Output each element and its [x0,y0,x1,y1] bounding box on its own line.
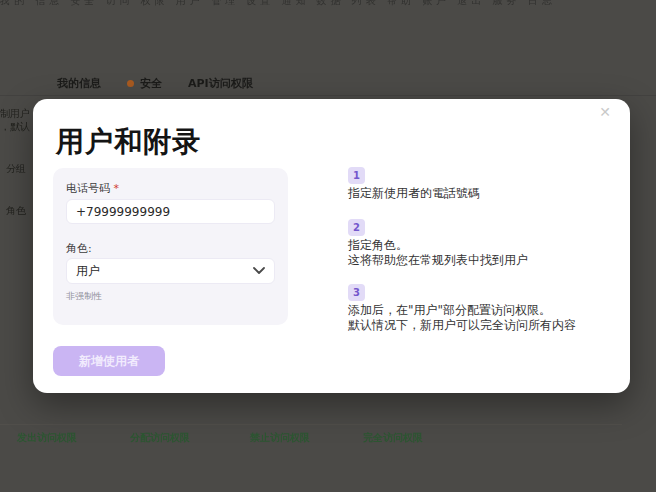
background-table-divider [0,424,622,425]
step-badge-2: 2 [348,219,365,236]
phone-label: 电话号码 * [66,181,119,196]
status-dot-icon [127,80,134,87]
required-asterisk: * [114,182,120,195]
step-text-2: 指定角色。这将帮助您在常规列表中找到用户 [348,238,528,268]
background-link[interactable]: 发出访问权限 [17,431,77,445]
background-top-menu-cropped: 我的 信息 安全 访问 权限 用户 管理 设置 通知 数据 列表 帮助 账户 退… [0,0,656,8]
role-select-value: 用户 [76,263,100,280]
background-text-fragment: 角色 [6,204,26,217]
background-link[interactable]: 禁止访问权限 [250,431,310,445]
background-link[interactable]: 分配访问权限 [130,431,190,445]
step-badge-3: 3 [348,284,365,301]
tab-security-label: 安全 [140,76,162,91]
phone-input[interactable] [66,199,275,224]
tab-api-access-label: API访问权限 [188,76,253,91]
add-user-modal: ✕ 用户和附录 电话号码 * 角色: 用户 非强制性 新增使用者 1 指定新使用… [33,99,630,393]
add-user-button[interactable]: 新增使用者 [53,346,165,376]
role-select[interactable]: 用户 [66,258,275,284]
background-text-fragment: 制用户，默认 [0,107,30,133]
background-links-row: 发出访问权限 分配访问权限 禁止访问权限 完全访问权限 [0,431,656,447]
role-helper-text: 非强制性 [66,290,102,303]
close-icon[interactable]: ✕ [594,101,616,123]
modal-title: 用户和附录 [56,123,201,161]
step-text-3: 添加后，在"用户"部分配置访问权限。默认情况下，新用户可以完全访问所有内容 [348,303,576,333]
tab-bar-divider [0,95,656,96]
step-text-1: 指定新使用者的電話號碼 [348,186,480,201]
tab-my-info[interactable]: 我的信息 [57,76,101,91]
chevron-down-icon [253,267,265,275]
tab-my-info-label: 我的信息 [57,76,101,91]
role-label: 角色: [66,241,92,256]
add-user-form-panel: 电话号码 * 角色: 用户 非强制性 [53,168,288,325]
tab-api-access[interactable]: API访问权限 [188,76,253,91]
background-link[interactable]: 完全访问权限 [363,431,423,445]
step-badge-1: 1 [348,167,365,184]
tab-security[interactable]: 安全 [127,76,162,91]
background-tab-bar: 我的信息 安全 API访问权限 [57,76,253,91]
background-text-fragment: 分组 [6,162,26,175]
